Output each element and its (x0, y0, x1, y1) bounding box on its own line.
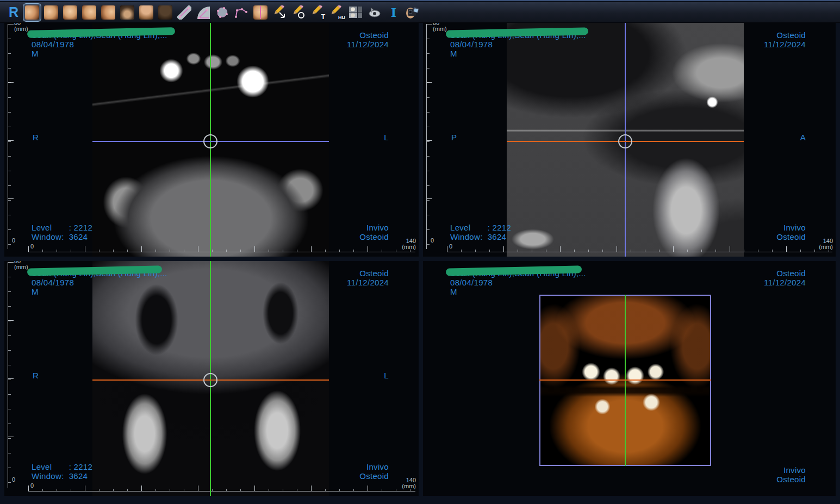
patient-dob: 08/04/1978 (32, 40, 167, 49)
patient-dob: 08/04/1978 (450, 40, 586, 49)
patient-info: Sean (Hung Lin),Sean (Hung Lin),... 08/0… (32, 30, 167, 58)
head-bottom-icon (139, 5, 153, 20)
patient-info: Sean (Hung Lin),Sean (Hung Lin),... 08/0… (450, 269, 586, 296)
hruler-label: 140(mm) (402, 238, 416, 250)
vertical-ruler (8, 24, 14, 249)
camera-face-icon (406, 5, 420, 20)
hruler-zero: 0 (449, 244, 452, 250)
coronal-crosshair-handle[interactable] (203, 373, 217, 387)
orientation-right-label: L (384, 371, 389, 380)
patient-info: Sean (Hung Lin),Sean (Hung Lin),... 08/0… (450, 30, 586, 58)
brand-info: InvivoOsteoid (359, 462, 389, 481)
hruler-label: 140(mm) (402, 477, 416, 489)
sagittal-view: 80(mm) 0 0 140(mm) Sean (Hung Lin),Sean … (423, 23, 836, 257)
info-icon: I (391, 5, 396, 20)
brand-info: InvivoOsteoid (776, 223, 806, 241)
slice-gallery-button[interactable] (347, 4, 364, 21)
eye-icon (368, 5, 382, 20)
analysis-vertical-line (260, 6, 261, 19)
vertical-ruler (426, 24, 432, 249)
patient-sex: M (450, 49, 586, 58)
invivo-window: R T (0, 0, 840, 504)
view-head-bottom-button[interactable] (138, 4, 155, 21)
render-preset: Osteoid (347, 269, 389, 278)
view-head-back-button[interactable] (157, 4, 174, 21)
study-date: 11/12/2024 (764, 278, 806, 287)
coronal-view: 80(mm) 0 0 140(mm) Sean (Hung Lin),Sean … (4, 261, 419, 496)
view-head-top-button[interactable] (119, 4, 136, 21)
analysis-horizontal-line (254, 10, 266, 10)
horizontal-ruler (447, 246, 832, 252)
angle-measure-icon (196, 5, 210, 20)
volume-horizontal-crosshair[interactable] (539, 379, 711, 381)
polyline-measure-button[interactable] (233, 4, 250, 21)
face-analysis-button[interactable] (252, 4, 269, 21)
hruler-label: 140(mm) (819, 238, 833, 250)
draw-text-button[interactable]: T (309, 4, 326, 21)
volume-view: Sean (Hung Lin),Sean (Hung Lin),... 08/0… (423, 261, 836, 496)
view-face-oblique-right-button[interactable] (42, 4, 60, 21)
slice-gallery-icon (349, 5, 363, 20)
sagittal-crosshair-handle[interactable] (618, 134, 632, 148)
face-profile-left-icon (101, 5, 115, 20)
polyline-measure-icon (234, 5, 248, 20)
patient-dob: 08/04/1978 (450, 278, 586, 287)
axial-crosshair-handle[interactable] (203, 134, 217, 148)
view-face-profile-left-button[interactable] (99, 4, 117, 21)
patient-sex: M (450, 287, 586, 296)
render-preset: Osteoid (764, 269, 806, 278)
view-face-front-button[interactable] (61, 4, 79, 21)
orientation-right-label: L (384, 133, 389, 142)
face-profile-right-icon (25, 5, 39, 20)
hruler-zero: 0 (30, 244, 34, 250)
brand-info: InvivoOsteoid (776, 465, 806, 484)
vertical-ruler (8, 262, 14, 488)
text-info-button[interactable]: I (385, 4, 402, 21)
study-info: Osteoid 11/12/2024 (764, 30, 806, 49)
app-logo: R (5, 4, 22, 21)
patient-sex: M (32, 49, 167, 58)
study-date: 11/12/2024 (347, 40, 389, 49)
pencil-circle-icon (291, 5, 306, 20)
orientation-left-label: R (33, 371, 39, 380)
volume-capture-button[interactable] (404, 4, 421, 21)
orientation-right-label: A (800, 133, 806, 142)
head-back-icon (158, 5, 172, 20)
render-preset: Osteoid (764, 30, 806, 40)
head-top-icon (120, 5, 134, 20)
vruler-label: 80(mm) (433, 23, 447, 32)
orientation-left-label: R (33, 133, 39, 142)
draw-circle-button[interactable] (290, 4, 307, 21)
window-level-info: Level: 2212 Window:3624 (32, 223, 92, 241)
draw-arrow-button[interactable] (271, 4, 288, 21)
view-face-profile-right-button[interactable] (23, 4, 41, 21)
window-level-info: Level: 2212 Window:3624 (32, 462, 92, 481)
study-info: Osteoid 11/12/2024 (347, 30, 389, 49)
patient-sex: M (32, 287, 167, 296)
horizontal-ruler (28, 486, 415, 491)
vruler-label: 80(mm) (14, 261, 28, 270)
vruler-zero: 0 (431, 238, 434, 244)
hu-tool-glyph: HU (338, 15, 345, 20)
distance-measure-icon (177, 5, 191, 20)
area-measure-button[interactable] (214, 4, 231, 21)
text-tool-glyph: T (321, 13, 325, 21)
hu-statistics-button[interactable]: HU (328, 4, 345, 21)
vruler-label: 80(mm) (14, 23, 28, 32)
vruler-zero: 0 (12, 238, 15, 244)
viewport-grid: 80(mm) 0 0 140(mm) Sean (Hung Lin),Sean … (0, 23, 840, 504)
vruler-zero: 0 (12, 477, 15, 483)
orientation-left-label: P (451, 133, 457, 142)
brand-info: InvivoOsteoid (359, 223, 389, 241)
face-oblique-left-icon (82, 5, 96, 20)
patient-info: Sean (Hung Lin),Sean (Hung Lin),... 08/0… (32, 269, 167, 296)
area-measure-icon (215, 5, 229, 20)
patient-dob: 08/04/1978 (32, 278, 167, 287)
angle-measure-button[interactable] (195, 4, 212, 21)
study-info: Osteoid 11/12/2024 (347, 269, 389, 287)
visibility-toggle-button[interactable] (366, 4, 383, 21)
distance-measure-button[interactable] (176, 4, 193, 21)
face-oblique-right-icon (44, 5, 58, 20)
view-face-oblique-left-button[interactable] (80, 4, 98, 21)
study-date: 11/12/2024 (764, 40, 806, 49)
